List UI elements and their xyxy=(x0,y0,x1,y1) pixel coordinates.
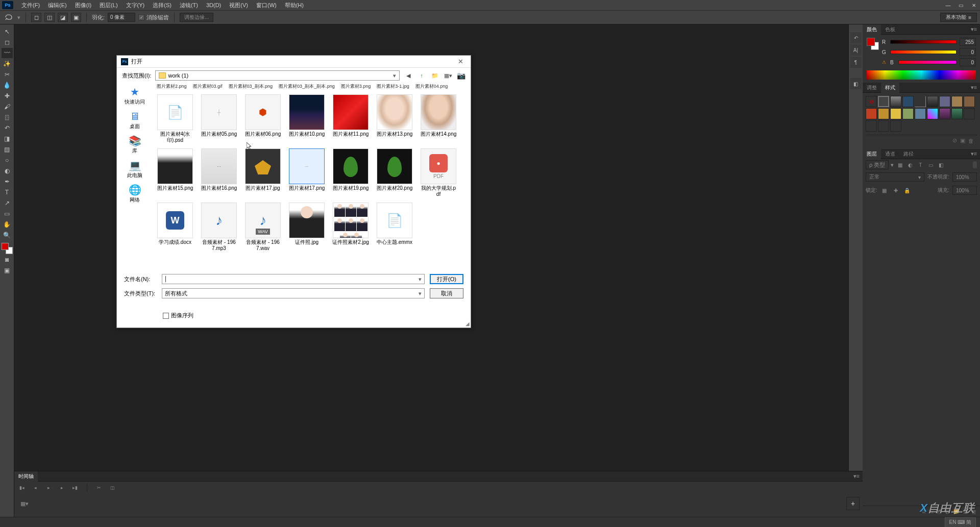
tab-channels[interactable]: 通道 xyxy=(881,149,899,159)
image-sequence-checkbox[interactable] xyxy=(163,313,169,319)
g-input[interactable] xyxy=(960,48,976,56)
menu-filter[interactable]: 滤镜(T) xyxy=(176,1,202,10)
cancel-button[interactable]: 取消 xyxy=(430,288,463,298)
layer-filter-type[interactable]: ρ 类型 xyxy=(866,160,889,169)
tab-paths[interactable]: 路径 xyxy=(899,149,918,159)
file-item[interactable]: 证件照素材2.jpg xyxy=(332,203,369,252)
healing-tool-icon[interactable]: ✚ xyxy=(2,91,13,101)
antialias-checkbox[interactable]: ✓ xyxy=(138,14,144,20)
style-item[interactable] xyxy=(878,96,889,107)
styles-delete-icon[interactable]: 🗑 xyxy=(968,138,974,144)
file-item[interactable]: ···图片素材16.png xyxy=(201,148,237,197)
path-tool-icon[interactable]: ↗ xyxy=(2,198,13,208)
type-tool-icon[interactable]: T xyxy=(2,187,13,197)
open-button[interactable]: 打开(O) xyxy=(430,274,463,284)
filter-adjust-icon[interactable]: ◐ xyxy=(906,161,914,169)
color-swatch[interactable] xyxy=(2,243,13,254)
selection-intersect-icon[interactable]: ▣ xyxy=(71,13,81,22)
style-item[interactable] xyxy=(951,96,963,107)
view-menu-icon[interactable]: ▦▾ xyxy=(444,71,453,80)
timeline-add-button[interactable]: + xyxy=(846,497,860,510)
filename-input[interactable]: ▾ xyxy=(162,274,425,284)
new-folder-icon[interactable]: 📁 xyxy=(430,71,439,80)
lock-pixels-icon[interactable]: ▦ xyxy=(880,186,889,194)
lock-all-icon[interactable]: 🔒 xyxy=(903,186,911,194)
style-item[interactable] xyxy=(939,108,950,119)
hand-tool-icon[interactable]: ✋ xyxy=(2,219,13,230)
window-minimize-icon[interactable]: — xyxy=(942,1,954,10)
style-item[interactable] xyxy=(902,96,914,107)
eraser-tool-icon[interactable]: ◨ xyxy=(2,134,13,144)
panel-menu-icon[interactable]: ▾≡ xyxy=(850,473,863,480)
dialog-titlebar[interactable]: Ps 打开 ✕ xyxy=(117,56,471,68)
refine-edge-button[interactable]: 调整边缘... xyxy=(180,13,213,22)
filter-smart-icon[interactable]: ◧ xyxy=(937,161,945,169)
screenmode-tool-icon[interactable]: ▣ xyxy=(2,265,13,275)
file-item[interactable]: 📄中心主题.emmx xyxy=(376,203,413,252)
gradient-tool-icon[interactable]: ▤ xyxy=(2,144,13,155)
eyedropper-tool-icon[interactable]: 💧 xyxy=(2,80,13,90)
file-list[interactable]: 图片素材2.png 图片素材03.gif 图片素材03_副本.png 图片素材0… xyxy=(153,83,471,270)
feather-input[interactable] xyxy=(108,13,135,22)
filter-shape-icon[interactable]: ▭ xyxy=(926,161,935,169)
timeline-prev-icon[interactable]: ◂ xyxy=(31,484,40,492)
style-item[interactable] xyxy=(964,96,975,107)
style-item[interactable] xyxy=(890,120,901,132)
crop-tool-icon[interactable]: ✂ xyxy=(2,69,13,80)
nav-up-icon[interactable]: ↑ xyxy=(417,71,426,80)
style-item[interactable] xyxy=(902,108,914,119)
file-item[interactable]: 图片素材19.png xyxy=(332,148,369,197)
menu-type[interactable]: 文字(Y) xyxy=(122,1,149,10)
style-item[interactable] xyxy=(915,96,926,107)
ime-indicator[interactable]: EN ⌨ 简 xyxy=(945,517,976,528)
menu-select[interactable]: 选择(S) xyxy=(149,1,176,10)
color-spectrum[interactable] xyxy=(867,70,976,80)
timeline-next-icon[interactable]: ▸ xyxy=(57,484,66,492)
window-close-icon[interactable]: ✕ xyxy=(967,1,980,10)
filter-type-icon[interactable]: T xyxy=(916,161,924,169)
filter-toggle[interactable] xyxy=(973,161,977,168)
file-item[interactable]: 📄图片素材4(水印).psd xyxy=(157,94,193,143)
file-item[interactable]: W学习成绩.docx xyxy=(157,203,193,252)
style-item[interactable] xyxy=(927,96,938,107)
panel-menu-icon[interactable]: ▾≡ xyxy=(968,84,980,91)
char-panel-icon[interactable]: A| xyxy=(850,44,862,56)
r-slider[interactable] xyxy=(890,40,957,44)
workspace-switcher[interactable]: 基本功能≡ xyxy=(940,13,977,22)
magic-wand-tool-icon[interactable]: ✨ xyxy=(2,59,13,69)
style-item[interactable] xyxy=(890,96,901,107)
lock-position-icon[interactable]: ✚ xyxy=(892,186,900,194)
file-item[interactable]: 证件照.jpg xyxy=(288,203,325,252)
brush-tool-icon[interactable]: 🖌 xyxy=(2,102,13,112)
file-item[interactable]: ●PDF我的大学规划.pdf xyxy=(420,148,457,197)
style-item[interactable] xyxy=(964,108,975,119)
file-item[interactable]: 图片素材10.png xyxy=(288,94,325,143)
style-none[interactable]: ⊘ xyxy=(866,96,877,107)
file-item[interactable]: 图片素材14.png xyxy=(420,94,457,143)
panel-menu-icon[interactable]: ▾≡ xyxy=(968,26,980,33)
tab-color[interactable]: 颜色 xyxy=(863,24,881,35)
sidebar-thispc[interactable]: 💻 此电脑 xyxy=(127,160,142,179)
lasso-tool-icon[interactable]: 〰 xyxy=(2,48,13,58)
blur-tool-icon[interactable]: ○ xyxy=(2,155,13,165)
quickmask-tool-icon[interactable]: ◙ xyxy=(2,255,13,265)
file-item[interactable]: 图片素材20.png xyxy=(376,148,413,197)
menu-file[interactable]: 文件(F) xyxy=(17,1,44,10)
file-item[interactable]: 图片素材17.jpg xyxy=(244,148,281,197)
dialog-close-icon[interactable]: ✕ xyxy=(455,58,467,65)
r-input[interactable] xyxy=(960,38,976,46)
zoom-tool-icon[interactable]: 🔍 xyxy=(2,230,13,240)
menu-view[interactable]: 视图(V) xyxy=(225,1,252,10)
style-item[interactable] xyxy=(890,108,901,119)
camera-icon[interactable]: 📷 xyxy=(457,71,465,80)
blend-mode-select[interactable]: 正常▾ xyxy=(866,172,924,182)
pen-tool-icon[interactable]: ✒ xyxy=(2,177,13,187)
resize-grip-icon[interactable]: ◢ xyxy=(465,321,470,327)
history-panel-icon[interactable]: ↶ xyxy=(850,32,862,43)
style-item[interactable] xyxy=(939,96,950,107)
timeline-transition-icon[interactable]: ◫ xyxy=(108,484,117,492)
properties-panel-icon[interactable]: ◧ xyxy=(850,78,862,89)
color-panel-swatch[interactable] xyxy=(867,38,879,50)
sidebar-desktop[interactable]: 🖥 桌面 xyxy=(128,111,142,130)
nav-back-icon[interactable]: ◀ xyxy=(404,71,413,80)
